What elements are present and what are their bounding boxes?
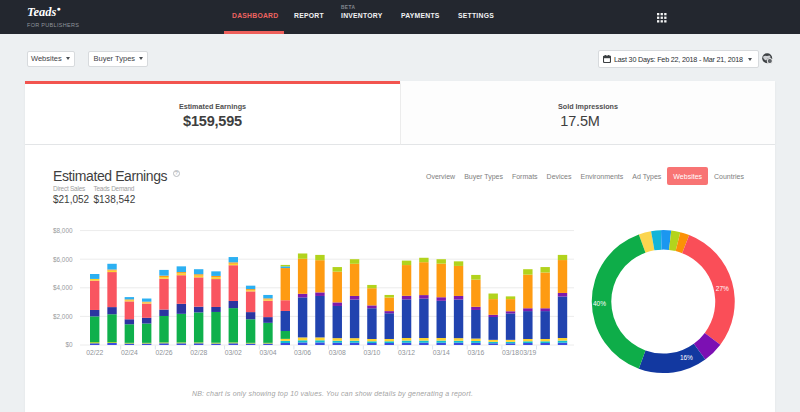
svg-text:03/08: 03/08 bbox=[329, 349, 346, 356]
svg-text:$6,000: $6,000 bbox=[53, 256, 73, 263]
svg-text:03/19: 03/19 bbox=[519, 349, 536, 356]
svg-text:$0: $0 bbox=[65, 341, 73, 348]
svg-text:$8,000: $8,000 bbox=[53, 227, 73, 234]
svg-text:$4,000: $4,000 bbox=[53, 284, 73, 291]
svg-text:03/04: 03/04 bbox=[259, 349, 276, 356]
svg-text:03/06: 03/06 bbox=[294, 349, 311, 356]
svg-text:02/28: 02/28 bbox=[190, 349, 207, 356]
svg-text:03/16: 03/16 bbox=[467, 349, 484, 356]
svg-text:02/24: 02/24 bbox=[121, 349, 138, 356]
svg-text:27%: 27% bbox=[716, 285, 729, 292]
svg-text:16%: 16% bbox=[680, 354, 693, 361]
svg-text:40%: 40% bbox=[593, 300, 606, 307]
svg-text:03/12: 03/12 bbox=[398, 349, 415, 356]
svg-text:03/02: 03/02 bbox=[225, 349, 242, 356]
svg-text:02/26: 02/26 bbox=[155, 349, 172, 356]
svg-text:02/22: 02/22 bbox=[86, 349, 103, 356]
svg-text:03/14: 03/14 bbox=[433, 349, 450, 356]
svg-text:03/10: 03/10 bbox=[363, 349, 380, 356]
svg-text:$2,000: $2,000 bbox=[53, 313, 73, 320]
svg-text:03/18: 03/18 bbox=[502, 349, 519, 356]
